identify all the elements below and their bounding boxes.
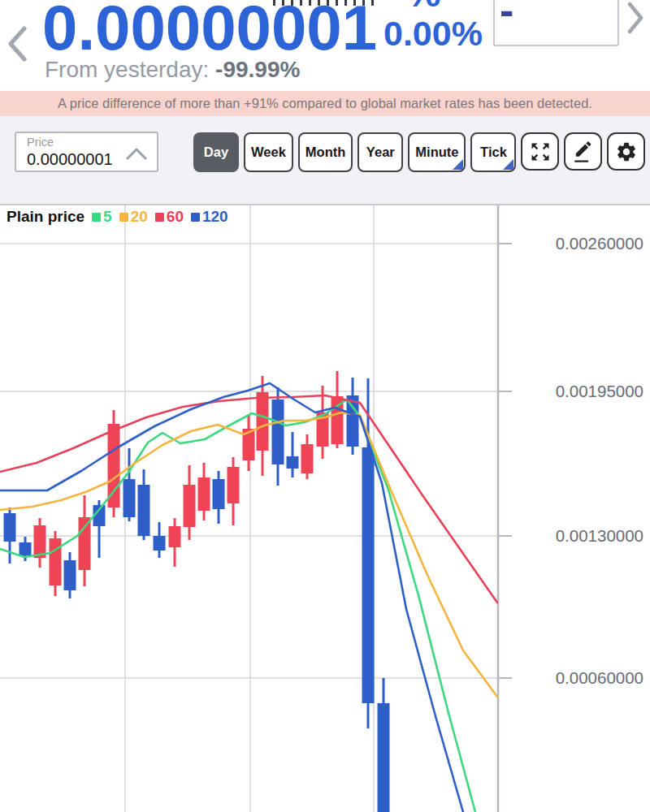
dropdown-corner-indicator [503,159,514,170]
period-button-minute[interactable]: Minute [408,132,466,172]
gear-icon [615,140,638,163]
pencil-icon [572,140,595,163]
period-button-label: Month [306,145,345,159]
legend-label: 120 [202,208,228,226]
period-button-year[interactable]: Year [358,132,403,172]
period-buttons: DayWeekMonthYearMinuteTick [193,132,516,172]
chart-legend-items: 52060120 [92,208,228,226]
draw-button[interactable] [564,132,602,171]
period-button-label: Year [366,145,395,159]
fullscreen-button[interactable] [521,132,559,171]
chart-toolbar: Price 0.00000001 DayWeekMonthYearMinuteT… [0,116,650,205]
price-chart-svg[interactable]: 0.002600000.001950000.001300000.00060000 [0,205,650,812]
legend-label: 20 [131,208,148,226]
price-warning-banner: A price difference of more than +91% com… [0,91,650,116]
from-yesterday-value: -99.99% [215,57,300,82]
compare-box[interactable]: - [493,0,619,46]
from-yesterday-label: From yesterday: [45,57,209,82]
svg-text:0.00130000: 0.00130000 [556,526,644,545]
legend-item-ma20: 20 [119,208,148,226]
price-warning-text: A price difference of more than +91% com… [58,96,592,111]
legend-label: 60 [167,208,184,226]
period-button-day[interactable]: Day [193,132,239,172]
clipped-percent-glyph: % [406,0,441,11]
price-type-value: 0.00000001 [27,150,113,169]
settings-button[interactable] [607,132,645,171]
price-type-label: Price [27,136,54,149]
expand-icon [529,140,552,163]
chart-legend: Plain price 52060120 [6,208,228,226]
legend-swatch [155,213,164,222]
chart-legend-title: Plain price [6,208,84,226]
period-button-label: Day [204,145,228,159]
dropdown-corner-indicator [453,159,463,170]
period-button-week[interactable]: Week [244,132,293,172]
legend-item-ma60: 60 [155,208,184,226]
chart-area: 0.002600000.001950000.001300000.00060000… [0,205,650,812]
legend-swatch [92,213,101,222]
price-change-percent: 0.00% [384,14,483,54]
from-yesterday: From yesterday: -99.99% [45,57,300,83]
price-type-selector[interactable]: Price 0.00000001 [15,132,158,172]
chevron-up-icon [126,147,147,160]
legend-swatch [119,213,128,222]
chart-tools [521,132,646,171]
svg-text:0.00060000: 0.00060000 [556,668,644,687]
legend-item-ma120: 120 [191,208,228,226]
prev-chevron-icon[interactable] [6,26,28,62]
period-button-tick[interactable]: Tick [470,132,516,172]
period-button-month[interactable]: Month [298,132,353,172]
next-chevron-icon[interactable] [627,2,645,34]
legend-label: 5 [103,208,112,226]
svg-text:0.00195000: 0.00195000 [556,382,644,400]
current-price: 0.00000001 [42,0,377,63]
trading-app: % 0.00000001 0.00% - From yesterday: -99… [0,0,650,812]
svg-text:0.00260000: 0.00260000 [556,234,644,253]
compare-dash-value: - [500,0,514,31]
period-button-label: Minute [415,145,458,159]
period-button-label: Week [251,145,286,159]
period-button-label: Tick [480,145,507,159]
legend-swatch [191,213,200,222]
legend-item-ma5: 5 [92,208,112,226]
